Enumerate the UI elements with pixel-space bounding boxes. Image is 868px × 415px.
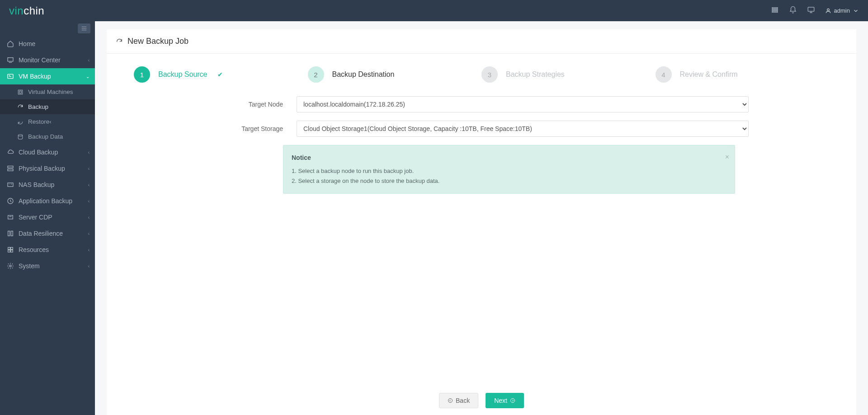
sidebar-item-monitor[interactable]: Monitor Center ‹ [0,52,95,68]
step-label: Backup Destination [332,70,395,79]
sidebar-sub-restore[interactable]: Restore ‹ [0,114,95,129]
main-content: New Backup Job 1 Backup Source ✔ 2 Backu… [95,21,868,415]
monitor-icon[interactable] [807,6,815,15]
restore-icon [17,119,24,125]
step-label: Review & Confirm [680,70,738,79]
notice-box: × Notice 1. Select a backup node to run … [283,145,735,194]
svg-rect-5 [8,58,13,61]
notice-line: 1. Select a backup node to run this back… [292,166,726,176]
chevron-down-icon: ⌄ [86,74,90,79]
home-icon [7,40,14,47]
sidebar-item-resources[interactable]: Resources ‹ [0,242,95,258]
svg-rect-2 [772,11,778,12]
svg-rect-14 [8,231,10,236]
svg-rect-3 [808,7,814,11]
svg-rect-7 [18,90,22,94]
sidebar-item-vmbackup[interactable]: VM Backup ⌄ [0,68,95,84]
notice-title: Notice [292,153,726,163]
sidebar-sub-label: Restore [28,118,49,125]
chevron-left-icon: ‹ [88,264,90,269]
chevron-left-icon: ‹ [88,166,90,171]
page-title: New Backup Job [127,37,189,46]
resources-icon [7,246,14,253]
user-name: admin [834,7,850,14]
list-icon[interactable] [771,6,779,15]
svg-point-22 [510,399,514,403]
chevron-down-icon [853,8,859,14]
step-number: 4 [656,66,672,83]
sidebar-item-physical[interactable]: Physical Backup ‹ [0,160,95,177]
monitor-center-icon [7,56,14,64]
bell-icon[interactable] [789,6,797,15]
sidebar-sub-backup[interactable]: Backup [0,99,95,114]
sidebar-item-label: Server CDP [19,214,52,221]
sidebar-item-system[interactable]: System ‹ [0,258,95,274]
chevron-left-icon: ‹ [88,199,90,204]
target-storage-label: Target Storage [134,125,297,132]
step-label: Backup Strategies [506,70,565,79]
step-backup-destination[interactable]: 2 Backup Destination [308,66,482,83]
svg-point-21 [448,399,453,403]
sidebar-sub-backup-data[interactable]: Backup Data [0,129,95,144]
user-menu[interactable]: admin [825,7,859,14]
svg-rect-15 [11,231,13,236]
sidebar-item-label: NAS Backup [19,181,54,188]
sidebar: Home Monitor Center ‹ VM Backup ⌄ Virtua… [0,21,95,415]
chevron-left-icon: ‹ [88,58,90,63]
sidebar-item-label: Resources [19,246,49,253]
vm-backup-icon [7,73,14,80]
svg-rect-0 [772,8,778,9]
check-icon: ✔ [217,71,223,78]
target-node-select[interactable]: localhost.localdomain(172.18.26.25) [297,96,749,112]
sidebar-sub-virtual-machines[interactable]: Virtual Machines [0,84,95,99]
step-number: 3 [481,66,498,83]
target-node-label: Target Node [134,101,297,108]
panel: New Backup Job 1 Backup Source ✔ 2 Backu… [107,29,856,415]
sidebar-item-label: VM Backup [19,73,51,80]
sidebar-item-home[interactable]: Home [0,36,95,52]
vm-icon [17,89,24,95]
svg-rect-9 [8,166,13,168]
sidebar-item-application[interactable]: Application Backup ‹ [0,193,95,209]
sidebar-item-label: Cloud Backup [19,149,58,156]
resilience-icon [7,230,14,237]
sidebar-toggle[interactable] [78,23,90,33]
back-button[interactable]: Back [439,393,478,408]
chevron-left-icon: ‹ [88,182,90,187]
cdp-icon [7,214,14,221]
sidebar-item-resilience[interactable]: Data Resilience ‹ [0,225,95,242]
close-icon[interactable]: × [725,151,729,163]
sidebar-item-nas[interactable]: NAS Backup ‹ [0,177,95,193]
svg-rect-18 [8,250,10,252]
step-backup-strategies[interactable]: 3 Backup Strategies [481,66,656,83]
svg-point-4 [827,9,829,11]
sidebar-sub-label: Backup Data [28,133,63,140]
sidebar-item-label: Data Resilience [19,230,63,237]
sidebar-item-cdp[interactable]: Server CDP ‹ [0,209,95,225]
sidebar-item-label: Application Backup [19,197,72,205]
step-number: 1 [134,66,150,83]
step-backup-source[interactable]: 1 Backup Source ✔ [134,66,308,83]
sidebar-item-label: Physical Backup [19,165,65,172]
svg-rect-16 [8,247,10,250]
brand-logo: vinchin [9,5,44,17]
sidebar-item-label: System [19,262,40,270]
notice-line: 2. Select a storage on the node to store… [292,176,726,186]
target-storage-select[interactable]: Cloud Object Storage1(Cloud Object Stora… [297,121,749,137]
next-button[interactable]: Next [486,393,524,408]
svg-rect-19 [11,250,13,252]
step-review-confirm[interactable]: 4 Review & Confirm [656,66,830,83]
gear-icon [7,262,14,270]
sidebar-item-label: Home [19,40,35,47]
step-label: Backup Source [158,70,208,79]
chevron-left-icon: ‹ [49,118,52,125]
svg-rect-17 [11,247,13,250]
cloud-icon [7,149,14,156]
svg-rect-10 [8,169,13,171]
sidebar-item-cloud[interactable]: Cloud Backup ‹ [0,144,95,160]
refresh-icon [17,104,24,110]
chevron-left-icon: ‹ [88,215,90,220]
nas-icon [7,181,14,188]
svg-rect-11 [8,183,13,187]
refresh-icon [116,38,123,45]
